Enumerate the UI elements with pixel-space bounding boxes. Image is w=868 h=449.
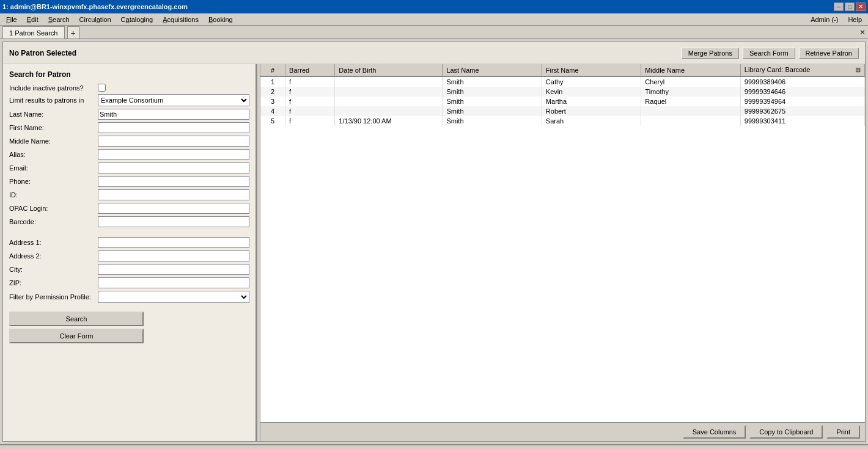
middle-name-input[interactable] — [98, 136, 249, 147]
include-inactive-checkbox[interactable] — [98, 84, 106, 92]
include-inactive-row: Include inactive patrons? — [9, 84, 249, 92]
address1-input[interactable] — [98, 237, 249, 248]
table-row[interactable]: 4 f Smith Robert 99999362675 — [260, 106, 865, 116]
address2-row: Address 2: — [9, 250, 249, 261]
opac-login-input[interactable] — [98, 203, 249, 214]
body-split: Search for Patron Include inactive patro… — [3, 64, 865, 441]
clear-form-button[interactable]: Clear Form — [9, 329, 144, 343]
merge-patrons-button[interactable]: Merge Patrons — [682, 48, 739, 59]
middle-name-row: Middle Name: — [9, 136, 249, 147]
limit-results-row: Limit results to patrons in Example Cons… — [9, 94, 249, 106]
col-header-last[interactable]: Last Name — [443, 64, 542, 76]
cell-first: Kevin — [542, 87, 641, 97]
id-row: ID: — [9, 189, 249, 200]
col-header-dob[interactable]: Date of Birth — [335, 64, 443, 76]
last-name-input[interactable] — [98, 109, 249, 120]
phone-row: Phone: — [9, 176, 249, 187]
zip-row: ZIP: — [9, 277, 249, 288]
menu-acquisitions[interactable]: Acquisitions — [158, 15, 204, 24]
status-bar — [0, 444, 868, 449]
first-name-label: First Name: — [9, 124, 98, 131]
alias-input[interactable] — [98, 149, 249, 160]
zip-input[interactable] — [98, 277, 249, 288]
limit-results-select[interactable]: Example Consortium — [98, 94, 249, 106]
col-header-num[interactable]: # — [260, 64, 285, 76]
address2-input[interactable] — [98, 250, 249, 261]
title-bar-left: 1: admin@BR1-winxpvmfx.phasefx.evergreen… — [2, 3, 834, 10]
title-bar-controls: ─ □ ✕ — [834, 2, 866, 11]
tab-add-button[interactable]: + — [67, 26, 79, 38]
cell-dob — [335, 97, 443, 106]
search-form-button[interactable]: Search Form — [743, 48, 795, 59]
menu-file[interactable]: File — [1, 15, 22, 24]
email-label: Email: — [9, 164, 98, 172]
alias-row: Alias: — [9, 149, 249, 160]
col-header-middle[interactable]: Middle Name — [641, 64, 740, 76]
first-name-row: First Name: — [9, 122, 249, 133]
permission-profile-select[interactable] — [98, 291, 249, 303]
email-row: Email: — [9, 162, 249, 173]
first-name-input[interactable] — [98, 122, 249, 133]
results-table: # Barred Date of Birth Last Name First N… — [260, 64, 865, 126]
restore-button[interactable]: □ — [845, 2, 855, 11]
results-table-container[interactable]: # Barred Date of Birth Last Name First N… — [260, 64, 865, 422]
print-button[interactable]: Print — [826, 425, 860, 439]
last-name-row: Last Name: — [9, 109, 249, 120]
table-header-row: # Barred Date of Birth Last Name First N… — [260, 64, 865, 76]
app-title: 1: admin@BR1-winxpvmfx.phasefx.evergreen… — [2, 3, 188, 10]
tab-close-icon[interactable]: ✕ — [859, 28, 866, 37]
cell-num: 5 — [260, 116, 285, 126]
col-header-barred[interactable]: Barred — [285, 64, 335, 76]
no-patron-label: No Patron Selected — [9, 49, 76, 57]
cell-first: Cathy — [542, 76, 641, 87]
address2-label: Address 2: — [9, 252, 98, 260]
menu-search[interactable]: Search — [43, 15, 75, 24]
barcode-input[interactable] — [98, 216, 249, 227]
bottom-bar: Save Columns Copy to Clipboard Print — [260, 422, 865, 441]
cell-barred: f — [285, 106, 335, 116]
save-columns-button[interactable]: Save Columns — [683, 425, 746, 439]
minimize-button[interactable]: ─ — [834, 2, 844, 11]
table-row[interactable]: 1 f Smith Cathy Cheryl 99999389406 — [260, 76, 865, 87]
menu-help[interactable]: Help — [843, 15, 867, 24]
include-inactive-label: Include inactive patrons? — [9, 84, 98, 92]
cell-barred: f — [285, 116, 335, 126]
table-row[interactable]: 2 f Smith Kevin Timothy 99999394646 — [260, 87, 865, 97]
search-for-patron-title: Search for Patron — [9, 70, 249, 79]
email-input[interactable] — [98, 162, 249, 173]
cell-last: Smith — [443, 106, 542, 116]
tab-label: 1 Patron Search — [9, 29, 58, 37]
expand-icon: ⊞ — [855, 66, 861, 74]
id-input[interactable] — [98, 189, 249, 200]
cell-barred: f — [285, 97, 335, 106]
col-header-first[interactable]: First Name — [542, 64, 641, 76]
title-bar: 1: admin@BR1-winxpvmfx.phasefx.evergreen… — [0, 0, 868, 13]
col-header-barcode[interactable]: Library Card: Barcode ⊞ — [740, 64, 864, 76]
address1-label: Address 1: — [9, 239, 98, 246]
last-name-label: Last Name: — [9, 111, 98, 118]
cell-middle — [641, 106, 740, 116]
cell-barcode: 99999303411 — [740, 116, 864, 126]
menu-edit[interactable]: Edit — [22, 15, 43, 24]
table-row[interactable]: 3 f Smith Martha Raquel 99999394964 — [260, 97, 865, 106]
phone-input[interactable] — [98, 176, 249, 187]
retrieve-patron-button[interactable]: Retrieve Patron — [799, 48, 859, 59]
menu-cataloging[interactable]: Cataloging — [116, 15, 158, 24]
search-button[interactable]: Search — [9, 312, 144, 326]
table-row[interactable]: 5 f 1/13/90 12:00 AM Smith Sarah 9999930… — [260, 116, 865, 126]
cell-barred: f — [285, 76, 335, 87]
phone-label: Phone: — [9, 178, 98, 185]
cell-last: Smith — [443, 76, 542, 87]
button-row: Search Clear Form — [9, 312, 249, 343]
permission-profile-row: Filter by Permission Profile: — [9, 291, 249, 303]
tab-patron-search[interactable]: 1 Patron Search — [2, 26, 65, 38]
menu-circulation[interactable]: Circulation — [75, 15, 116, 24]
city-input[interactable] — [98, 264, 249, 275]
close-button[interactable]: ✕ — [856, 2, 866, 11]
copy-to-clipboard-button[interactable]: Copy to Clipboard — [749, 425, 823, 439]
permission-profile-label: Filter by Permission Profile: — [9, 293, 98, 301]
menu-booking[interactable]: Booking — [204, 15, 238, 24]
cell-num: 3 — [260, 97, 285, 106]
cell-middle: Cheryl — [641, 76, 740, 87]
menu-admin[interactable]: Admin (-) — [806, 15, 843, 24]
